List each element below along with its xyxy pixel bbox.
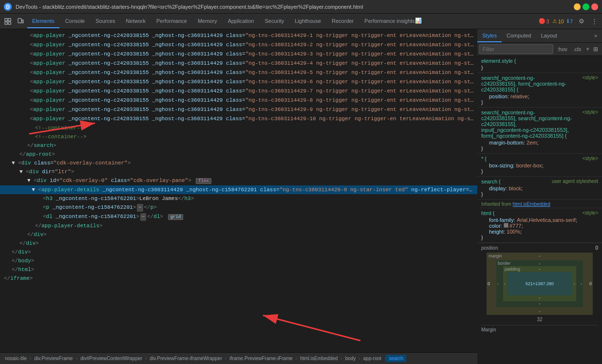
- dom-line[interactable]: ▼ <div id="cdk-overlay-0" class="cdk-ove…: [0, 176, 477, 185]
- content-size: 521×1387.280: [526, 281, 554, 286]
- dom-line[interactable]: <app-player _ngcontent-ng-c2420338155 _n…: [0, 96, 477, 105]
- dom-line[interactable]: <!--container-->: [0, 124, 477, 132]
- dom-line[interactable]: <p _ngcontent-ng-c1584762201>⋯</p>: [0, 203, 477, 212]
- dom-line[interactable]: <!--container-->: [0, 132, 477, 141]
- dom-line[interactable]: <app-player _ngcontent-ng-c2420338155 _n…: [0, 105, 477, 114]
- dom-line[interactable]: <dl _ngcontent-ng-c1584762201>⋯</dl> gri…: [0, 212, 477, 221]
- style-block-star: * { <style> box-sizing : border-box ; }: [477, 154, 602, 177]
- tab-network[interactable]: Network: [121, 15, 150, 28]
- more-options-button[interactable]: ⋮: [588, 16, 600, 27]
- tab-sources[interactable]: Sources: [91, 15, 120, 28]
- dom-line[interactable]: ▼ <div class="cdk-overlay-container">: [0, 159, 477, 167]
- dom-line[interactable]: </app-player-details>: [0, 221, 477, 230]
- dom-line[interactable]: </div>: [0, 230, 477, 239]
- dom-line[interactable]: </div>: [0, 239, 477, 248]
- tab-more-styles[interactable]: »: [589, 29, 602, 42]
- dom-line[interactable]: </iframe>: [0, 274, 477, 283]
- content-box: 521×1387.280: [507, 272, 572, 295]
- filter-input[interactable]: [479, 44, 553, 54]
- settings-button[interactable]: ⚙: [576, 16, 587, 27]
- tab-memory[interactable]: Memory: [193, 15, 222, 28]
- filter-cls[interactable]: .cls: [571, 45, 583, 53]
- inherited-from-link[interactable]: html.isEmbedded: [512, 201, 550, 207]
- svg-text:D: D: [6, 4, 9, 10]
- tab-lighthouse[interactable]: Lighthouse: [290, 15, 326, 28]
- margin-bottom-value: -: [539, 309, 541, 314]
- dom-line[interactable]: <app-player _ngcontent-ng-c2420338155 _n…: [0, 50, 477, 59]
- dom-line[interactable]: </app-root>: [0, 150, 477, 159]
- tab-application[interactable]: Application: [223, 15, 259, 28]
- dom-line[interactable]: ▼ <app-player-details _ngcontent-ng-c360…: [0, 185, 477, 194]
- breadcrumb-item-active[interactable]: search: [386, 355, 406, 362]
- dom-line[interactable]: <app-player _ngcontent-ng-c2420338155 _n…: [0, 68, 477, 77]
- new-style-rule-button[interactable]: ⊞: [592, 45, 599, 54]
- style-block-html: html { <style> font-family : Arial,Helve…: [477, 208, 602, 243]
- svg-rect-6: [18, 18, 21, 23]
- style-block-search-input: search[_ngcontent-ng- c2420338155], sear…: [477, 108, 602, 154]
- filter-hov[interactable]: :hov: [555, 45, 569, 53]
- svg-rect-4: [5, 22, 7, 24]
- style-block-search-form: search[_ngcontent-ng- c2420338155], form…: [477, 73, 602, 108]
- box-model-diagram: margin - - 0 0 border - - - -: [487, 253, 593, 315]
- dom-line[interactable]: </div>: [0, 248, 477, 256]
- main-layout: <app-player _ngcontent-ng-c2420338155 _n…: [0, 29, 602, 364]
- margin-right-value: 0: [589, 281, 592, 286]
- maximize-button[interactable]: [583, 3, 589, 10]
- tab-computed[interactable]: Computed: [502, 29, 536, 42]
- breadcrumb-item[interactable]: div.PreviewFrame-iframeWrapper: [147, 355, 225, 362]
- color-swatch: [504, 223, 508, 228]
- dom-line[interactable]: <h3 _ngcontent-ng-c1584762201>LeBron Jam…: [0, 194, 477, 203]
- tab-performance[interactable]: Performance: [151, 15, 192, 28]
- border-label: border: [498, 261, 510, 266]
- tab-performance-insights[interactable]: Performance insights 📊: [359, 15, 426, 28]
- tab-elements[interactable]: Elements: [27, 15, 59, 28]
- dom-line[interactable]: <app-player _ngcontent-ng-c2420338155 _n…: [0, 31, 477, 40]
- dom-line[interactable]: <app-player _ngcontent-ng-c2420338155 _n…: [0, 59, 477, 68]
- title-bar-text: DevTools - stackblitz.com/edit/stackblit…: [16, 4, 570, 10]
- breadcrumb-item[interactable]: nosaic-tile: [2, 355, 30, 362]
- right-panel: Styles Computed Layout » :hov .cls + ⊞ ⟳…: [477, 29, 602, 364]
- dom-line[interactable]: <app-player _ngcontent-ng-c2420338155 _n…: [0, 87, 477, 96]
- breadcrumb-item[interactable]: iframe.PreviewFrame-iFrame: [226, 355, 295, 362]
- info-count: ℹ 7: [567, 18, 573, 24]
- tab-recorder[interactable]: Recorder: [327, 15, 358, 28]
- add-style-button[interactable]: +: [585, 45, 590, 54]
- tab-layout[interactable]: Layout: [536, 29, 562, 42]
- dom-line[interactable]: <app-player _ngcontent-ng-c2420338155 _n…: [0, 114, 477, 124]
- svg-rect-3: [8, 18, 11, 21]
- margin-section-label: Margin: [481, 327, 496, 332]
- minimize-button[interactable]: [574, 3, 581, 10]
- inherited-from-label: Inherited from html.isEmbedded: [477, 200, 602, 208]
- box-model-section: position 0 margin - - 0 0 border -: [477, 243, 602, 335]
- styles-panel-scroll[interactable]: element.style { } search[_ngcontent-ng- …: [477, 56, 602, 364]
- position-label: position: [481, 245, 498, 251]
- dom-line[interactable]: </html>: [0, 265, 477, 274]
- svg-rect-5: [8, 22, 11, 24]
- breadcrumb-bar: nosaic-tile › div.PreviewFrame › div#Pre…: [0, 352, 477, 364]
- tab-console[interactable]: Console: [60, 15, 90, 28]
- dom-line[interactable]: ▼ <div dir="ltr">: [0, 167, 477, 176]
- breadcrumb-item[interactable]: div.PreviewFrame: [31, 355, 75, 362]
- device-toolbar-button[interactable]: [15, 16, 26, 27]
- breadcrumb-item[interactable]: html.isEmbedded: [297, 355, 340, 362]
- margin-section: Margin: [481, 325, 598, 333]
- breadcrumb-item[interactable]: body: [342, 355, 359, 362]
- dom-line[interactable]: </search>: [0, 141, 477, 150]
- size-label: 32: [481, 317, 598, 322]
- position-value: 0: [595, 245, 598, 251]
- tab-security[interactable]: Security: [260, 15, 289, 28]
- breadcrumb-item[interactable]: app-root: [360, 355, 384, 362]
- dom-line[interactable]: <app-player _ngcontent-ng-c2420338155 _n…: [0, 40, 477, 50]
- dom-line[interactable]: <app-player _ngcontent-ng-c2420338155 _n…: [0, 77, 477, 87]
- close-button[interactable]: [591, 3, 598, 10]
- border-dash: -: [539, 261, 541, 266]
- tab-styles[interactable]: Styles: [477, 29, 502, 42]
- window-controls[interactable]: [574, 3, 598, 10]
- svg-rect-2: [5, 18, 7, 21]
- style-block-element: element.style { }: [477, 56, 602, 73]
- dom-line[interactable]: </body>: [0, 256, 477, 265]
- dom-tree[interactable]: <app-player _ngcontent-ng-c2420338155 _n…: [0, 29, 477, 352]
- inspect-element-button[interactable]: [2, 16, 14, 27]
- padding-label: padding: [505, 267, 520, 272]
- breadcrumb-item[interactable]: div#PreviewContentWrapper: [77, 355, 145, 362]
